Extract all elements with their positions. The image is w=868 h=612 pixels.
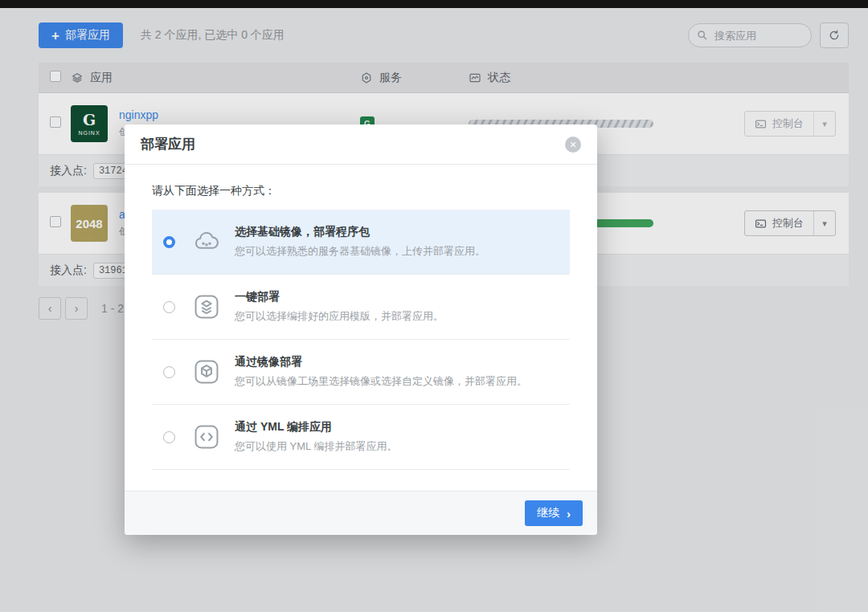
modal-header: 部署应用 ✕ xyxy=(125,124,597,165)
option-desc: 您可以选择熟悉的服务器基础镜像，上传并部署应用。 xyxy=(235,244,485,259)
package-icon xyxy=(193,358,220,386)
option-title: 选择基础镜像，部署程序包 xyxy=(235,225,485,239)
cloud-upload-icon xyxy=(193,228,220,255)
option-desc: 您可以选择编排好的应用模版，并部署应用。 xyxy=(235,309,444,324)
radio-unselected[interactable] xyxy=(163,366,175,378)
radio-unselected[interactable] xyxy=(163,431,175,443)
deploy-app-modal: 部署应用 ✕ 请从下面选择一种方式： 选择基础镜像，部署程序包 您可以选择熟悉的… xyxy=(125,124,597,535)
close-glyph: ✕ xyxy=(569,140,576,149)
option-title: 通过 YML 编排应用 xyxy=(235,420,397,435)
modal-prompt: 请从下面选择一种方式： xyxy=(152,184,570,198)
option-title: 通过镜像部署 xyxy=(235,355,527,369)
modal-title: 部署应用 xyxy=(141,135,195,153)
modal-overlay: 部署应用 ✕ 请从下面选择一种方式： 选择基础镜像，部署程序包 您可以选择熟悉的… xyxy=(0,0,868,612)
close-icon[interactable]: ✕ xyxy=(565,137,581,153)
continue-button-label: 继续 xyxy=(537,506,559,520)
option-desc: 您可以从镜像工场里选择镜像或选择自定义镜像，并部署应用。 xyxy=(235,374,527,389)
template-stack-icon xyxy=(193,293,220,320)
radio-selected[interactable] xyxy=(163,236,175,248)
code-brackets-icon xyxy=(193,423,220,451)
option-via-image[interactable]: 通过镜像部署 您可以从镜像工场里选择镜像或选择自定义镜像，并部署应用。 xyxy=(152,340,570,405)
chevron-right-icon: › xyxy=(567,508,571,520)
option-title: 一键部署 xyxy=(235,290,444,304)
modal-body: 请从下面选择一种方式： 选择基础镜像，部署程序包 您可以选择熟悉的服务器基础镜像… xyxy=(125,165,597,473)
option-yml[interactable]: 通过 YML 编排应用 您可以使用 YML 编排并部署应用。 xyxy=(152,405,570,470)
option-base-image[interactable]: 选择基础镜像，部署程序包 您可以选择熟悉的服务器基础镜像，上传并部署应用。 xyxy=(152,210,570,275)
modal-footer: 继续 › xyxy=(125,491,597,535)
continue-button[interactable]: 继续 › xyxy=(525,500,583,526)
option-desc: 您可以使用 YML 编排并部署应用。 xyxy=(235,439,397,454)
option-one-click[interactable]: 一键部署 您可以选择编排好的应用模版，并部署应用。 xyxy=(152,275,570,340)
radio-unselected[interactable] xyxy=(163,301,175,313)
